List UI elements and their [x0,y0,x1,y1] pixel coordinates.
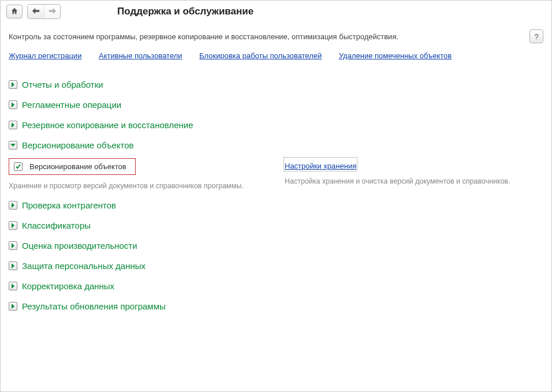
home-icon [10,7,18,17]
section-correction[interactable]: Корректировка данных [9,281,543,291]
section-title: Оценка производительности [22,241,137,251]
page-title: Поддержка и обслуживание [117,6,253,17]
section-perf[interactable]: Оценка производительности [9,241,543,251]
section-title: Регламентные операции [22,100,121,110]
chevron-right-icon [9,121,17,129]
section-title: Отчеты и обработки [22,80,103,89]
versioning-left-hint: Хранение и просмотр версий документов и … [9,182,267,190]
chevron-right-icon [9,201,17,210]
versioning-body: Версионирование объектов Хранение и прос… [9,150,543,190]
link-delete-marked[interactable]: Удаление помеченных объектов [339,51,452,60]
link-block-users[interactable]: Блокировка работы пользователей [199,51,322,60]
link-journal[interactable]: Журнал регистрации [9,51,81,60]
versioning-checkbox-label: Версионирование объектов [29,162,126,171]
section-update[interactable]: Результаты обновления программы [9,301,543,311]
section-counterparty[interactable]: Проверка контрагентов [9,200,543,210]
chevron-right-icon [9,221,17,230]
help-icon: ? [534,32,538,41]
section-title: Версионирование объектов [22,140,133,150]
section-reports[interactable]: Отчеты и обработки [9,80,543,89]
section-title: Результаты обновления программы [22,301,166,311]
versioning-checkbox-row: Версионирование объектов [9,158,136,175]
top-links: Журнал регистрации Активные пользователи… [1,48,551,69]
section-title: Классификаторы [22,221,91,230]
chevron-right-icon [9,100,17,109]
section-scheduled[interactable]: Регламентные операции [9,100,543,110]
versioning-right-hint: Настройка хранения и очистка версий доку… [285,177,543,185]
page-description: Контроль за состоянием программы, резерв… [9,32,398,41]
storage-settings-link[interactable]: Настройки хранения [285,158,356,170]
chevron-right-icon [9,80,17,89]
chevron-right-icon [9,262,17,270]
home-button[interactable] [6,5,23,18]
back-button[interactable] [28,5,44,18]
arrow-left-icon [32,8,40,16]
nav-history-group [27,4,61,19]
chevron-right-icon [9,241,17,250]
help-button[interactable]: ? [529,29,543,43]
section-backup[interactable]: Резервное копирование и восстановление [9,120,543,130]
section-title: Проверка контрагентов [22,200,116,210]
section-title: Защита персональных данных [22,261,146,271]
section-title: Резервное копирование и восстановление [22,120,193,130]
section-versioning[interactable]: Версионирование объектов [9,140,543,150]
chevron-down-icon [9,141,17,150]
forward-button [44,5,60,18]
chevron-right-icon [9,282,17,290]
section-personal[interactable]: Защита персональных данных [9,261,543,271]
link-active-users[interactable]: Активные пользователи [99,51,182,60]
arrow-right-icon [49,8,57,16]
versioning-checkbox[interactable] [14,162,23,171]
chevron-right-icon [9,302,17,311]
section-title: Корректировка данных [22,281,114,291]
section-classifiers[interactable]: Классификаторы [9,221,543,230]
